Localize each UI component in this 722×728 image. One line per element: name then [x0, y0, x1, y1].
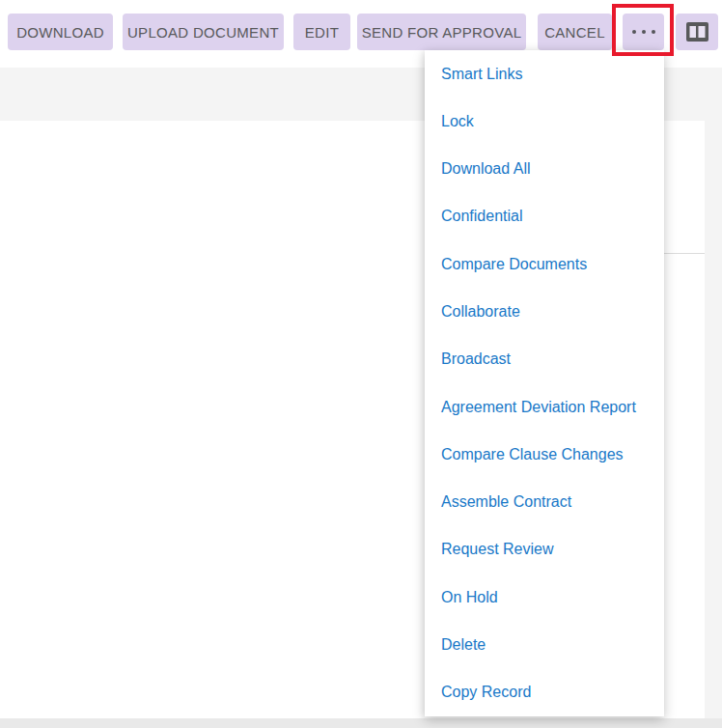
menu-item-smart-links[interactable]: Smart Links	[425, 50, 664, 98]
send-for-approval-button[interactable]: SEND FOR APPROVAL	[357, 14, 526, 50]
download-button[interactable]: DOWNLOAD	[8, 14, 113, 50]
edit-button[interactable]: EDIT	[293, 14, 350, 50]
menu-item-assemble-contract[interactable]: Assemble Contract	[425, 479, 664, 526]
menu-item-agreement-deviation-report[interactable]: Agreement Deviation Report	[425, 383, 664, 431]
menu-item-on-hold[interactable]: On Hold	[425, 574, 664, 621]
menu-item-broadcast[interactable]: Broadcast	[425, 336, 664, 383]
page: { "colors": { "button_bg": "#DDD2EE", "b…	[0, 0, 722, 728]
menu-item-download-all[interactable]: Download All	[425, 146, 664, 193]
split-panel-icon	[686, 22, 708, 42]
more-options-dropdown-menu: Smart Links Lock Download All Confidenti…	[425, 50, 664, 716]
split-panel-button[interactable]	[676, 14, 718, 50]
menu-item-collaborate[interactable]: Collaborate	[425, 288, 664, 335]
menu-item-request-review[interactable]: Request Review	[425, 526, 664, 574]
more-options-button[interactable]	[623, 14, 664, 50]
upload-document-button[interactable]: UPLOAD DOCUMENT	[123, 14, 284, 50]
cancel-button[interactable]: CANCEL	[538, 14, 612, 50]
menu-item-compare-clause-changes[interactable]: Compare Clause Changes	[425, 431, 664, 478]
menu-item-copy-record[interactable]: Copy Record	[425, 669, 664, 716]
menu-item-confidential[interactable]: Confidential	[425, 193, 664, 240]
menu-item-lock[interactable]: Lock	[425, 98, 664, 145]
section-divider	[662, 253, 705, 254]
ellipsis-icon	[632, 30, 655, 34]
menu-item-delete[interactable]: Delete	[425, 621, 664, 668]
menu-item-compare-documents[interactable]: Compare Documents	[425, 240, 664, 288]
bottom-strip	[0, 718, 722, 728]
right-gutter	[705, 121, 722, 728]
